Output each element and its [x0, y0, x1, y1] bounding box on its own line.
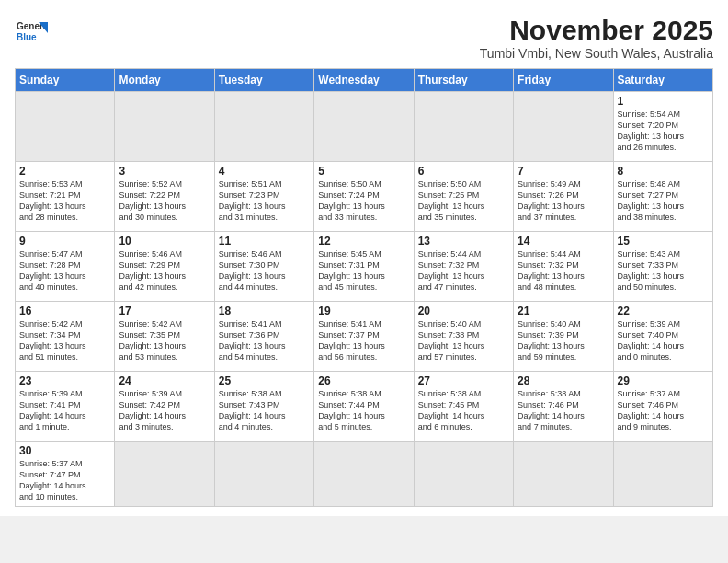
- calendar-cell: [314, 92, 414, 162]
- day-info: Sunrise: 5:46 AM Sunset: 7:30 PM Dayligh…: [219, 248, 310, 293]
- day-info: Sunrise: 5:54 AM Sunset: 7:20 PM Dayligh…: [618, 109, 709, 154]
- day-number: 26: [318, 374, 409, 387]
- calendar-cell: 12Sunrise: 5:45 AM Sunset: 7:31 PM Dayli…: [314, 232, 414, 302]
- calendar-cell: [514, 442, 613, 507]
- calendar-cell: 4Sunrise: 5:51 AM Sunset: 7:23 PM Daylig…: [214, 162, 313, 232]
- day-info: Sunrise: 5:39 AM Sunset: 7:42 PM Dayligh…: [119, 388, 210, 433]
- day-info: Sunrise: 5:42 AM Sunset: 7:34 PM Dayligh…: [19, 318, 110, 363]
- calendar-cell: 24Sunrise: 5:39 AM Sunset: 7:42 PM Dayli…: [115, 372, 214, 442]
- calendar-cell: [115, 442, 214, 507]
- calendar-cell: [16, 92, 115, 162]
- calendar-cell: [314, 442, 414, 507]
- day-number: 3: [119, 165, 210, 178]
- day-number: 8: [618, 165, 709, 178]
- day-info: Sunrise: 5:38 AM Sunset: 7:43 PM Dayligh…: [219, 388, 310, 433]
- day-number: 10: [119, 235, 210, 247]
- weekday-header-thursday: Thursday: [414, 69, 513, 92]
- day-number: 15: [618, 235, 709, 247]
- day-number: 22: [618, 304, 709, 317]
- day-info: Sunrise: 5:44 AM Sunset: 7:32 PM Dayligh…: [518, 248, 609, 293]
- day-number: 30: [19, 444, 110, 457]
- calendar: SundayMondayTuesdayWednesdayThursdayFrid…: [15, 68, 713, 507]
- day-number: 17: [119, 304, 210, 317]
- calendar-cell: 8Sunrise: 5:48 AM Sunset: 7:27 PM Daylig…: [613, 162, 712, 232]
- calendar-cell: 29Sunrise: 5:37 AM Sunset: 7:46 PM Dayli…: [613, 372, 712, 442]
- day-number: 9: [19, 235, 110, 247]
- day-info: Sunrise: 5:46 AM Sunset: 7:29 PM Dayligh…: [119, 248, 210, 293]
- calendar-cell: 6Sunrise: 5:50 AM Sunset: 7:25 PM Daylig…: [414, 162, 513, 232]
- calendar-cell: 17Sunrise: 5:42 AM Sunset: 7:35 PM Dayli…: [115, 302, 214, 372]
- calendar-cell: [414, 442, 513, 507]
- day-number: 25: [219, 374, 310, 387]
- day-number: 16: [19, 304, 110, 317]
- day-info: Sunrise: 5:38 AM Sunset: 7:45 PM Dayligh…: [418, 388, 509, 433]
- day-info: Sunrise: 5:53 AM Sunset: 7:21 PM Dayligh…: [19, 178, 110, 224]
- day-number: 12: [318, 235, 409, 247]
- day-number: 5: [318, 165, 409, 178]
- day-number: 21: [518, 304, 609, 317]
- calendar-cell: [414, 92, 513, 162]
- calendar-cell: 11Sunrise: 5:46 AM Sunset: 7:30 PM Dayli…: [214, 232, 313, 302]
- day-info: Sunrise: 5:44 AM Sunset: 7:32 PM Dayligh…: [418, 248, 509, 293]
- day-number: 29: [618, 374, 709, 387]
- day-info: Sunrise: 5:45 AM Sunset: 7:31 PM Dayligh…: [318, 248, 409, 293]
- day-info: Sunrise: 5:52 AM Sunset: 7:22 PM Dayligh…: [119, 178, 210, 224]
- day-info: Sunrise: 5:37 AM Sunset: 7:47 PM Dayligh…: [19, 458, 110, 503]
- day-number: 19: [318, 304, 409, 317]
- day-number: 27: [418, 374, 509, 387]
- day-number: 2: [19, 165, 110, 178]
- calendar-cell: [214, 442, 313, 507]
- calendar-cell: 7Sunrise: 5:49 AM Sunset: 7:26 PM Daylig…: [514, 162, 613, 232]
- day-info: Sunrise: 5:51 AM Sunset: 7:23 PM Dayligh…: [219, 178, 310, 224]
- day-info: Sunrise: 5:42 AM Sunset: 7:35 PM Dayligh…: [119, 318, 210, 363]
- calendar-cell: 22Sunrise: 5:39 AM Sunset: 7:40 PM Dayli…: [613, 302, 712, 372]
- day-info: Sunrise: 5:50 AM Sunset: 7:24 PM Dayligh…: [318, 178, 409, 224]
- day-info: Sunrise: 5:39 AM Sunset: 7:40 PM Dayligh…: [618, 318, 709, 363]
- calendar-cell: 25Sunrise: 5:38 AM Sunset: 7:43 PM Dayli…: [214, 372, 313, 442]
- svg-text:Blue: Blue: [17, 32, 37, 42]
- calendar-cell: 28Sunrise: 5:38 AM Sunset: 7:46 PM Dayli…: [514, 372, 613, 442]
- weekday-header-friday: Friday: [514, 69, 613, 92]
- calendar-cell: 20Sunrise: 5:40 AM Sunset: 7:38 PM Dayli…: [414, 302, 513, 372]
- location: Tumbi Vmbi, New South Wales, Australia: [480, 46, 713, 61]
- day-number: 24: [119, 374, 210, 387]
- day-info: Sunrise: 5:47 AM Sunset: 7:28 PM Dayligh…: [19, 248, 110, 293]
- day-info: Sunrise: 5:49 AM Sunset: 7:26 PM Dayligh…: [518, 178, 609, 224]
- calendar-cell: 14Sunrise: 5:44 AM Sunset: 7:32 PM Dayli…: [514, 232, 613, 302]
- header: General Blue November 2025 Tumbi Vmbi, N…: [15, 15, 713, 61]
- day-number: 13: [418, 235, 509, 247]
- day-info: Sunrise: 5:37 AM Sunset: 7:46 PM Dayligh…: [618, 388, 709, 433]
- day-number: 23: [19, 374, 110, 387]
- day-number: 6: [418, 165, 509, 178]
- day-number: 14: [518, 235, 609, 247]
- calendar-cell: [115, 92, 214, 162]
- calendar-cell: 18Sunrise: 5:41 AM Sunset: 7:36 PM Dayli…: [214, 302, 313, 372]
- weekday-header-saturday: Saturday: [613, 69, 712, 92]
- day-info: Sunrise: 5:41 AM Sunset: 7:36 PM Dayligh…: [219, 318, 310, 363]
- calendar-cell: 26Sunrise: 5:38 AM Sunset: 7:44 PM Dayli…: [314, 372, 414, 442]
- calendar-cell: 27Sunrise: 5:38 AM Sunset: 7:45 PM Dayli…: [414, 372, 513, 442]
- month-title: November 2025: [480, 15, 713, 46]
- calendar-cell: [514, 92, 613, 162]
- day-info: Sunrise: 5:40 AM Sunset: 7:38 PM Dayligh…: [418, 318, 509, 363]
- day-number: 20: [418, 304, 509, 317]
- calendar-cell: 9Sunrise: 5:47 AM Sunset: 7:28 PM Daylig…: [16, 232, 115, 302]
- calendar-cell: 16Sunrise: 5:42 AM Sunset: 7:34 PM Dayli…: [16, 302, 115, 372]
- day-info: Sunrise: 5:40 AM Sunset: 7:39 PM Dayligh…: [518, 318, 609, 363]
- weekday-header-wednesday: Wednesday: [314, 69, 414, 92]
- calendar-cell: 2Sunrise: 5:53 AM Sunset: 7:21 PM Daylig…: [16, 162, 115, 232]
- generalblue-logo-icon: General Blue: [15, 15, 48, 48]
- day-number: 1: [618, 95, 709, 108]
- day-info: Sunrise: 5:50 AM Sunset: 7:25 PM Dayligh…: [418, 178, 509, 224]
- calendar-cell: [613, 442, 712, 507]
- weekday-header-sunday: Sunday: [16, 69, 115, 92]
- title-block: November 2025 Tumbi Vmbi, New South Wale…: [480, 15, 713, 61]
- day-number: 11: [219, 235, 310, 247]
- day-info: Sunrise: 5:39 AM Sunset: 7:41 PM Dayligh…: [19, 388, 110, 433]
- day-number: 4: [219, 165, 310, 178]
- weekday-header-monday: Monday: [115, 69, 214, 92]
- day-info: Sunrise: 5:43 AM Sunset: 7:33 PM Dayligh…: [618, 248, 709, 293]
- day-number: 18: [219, 304, 310, 317]
- weekday-header-tuesday: Tuesday: [214, 69, 313, 92]
- logo: General Blue: [15, 15, 48, 48]
